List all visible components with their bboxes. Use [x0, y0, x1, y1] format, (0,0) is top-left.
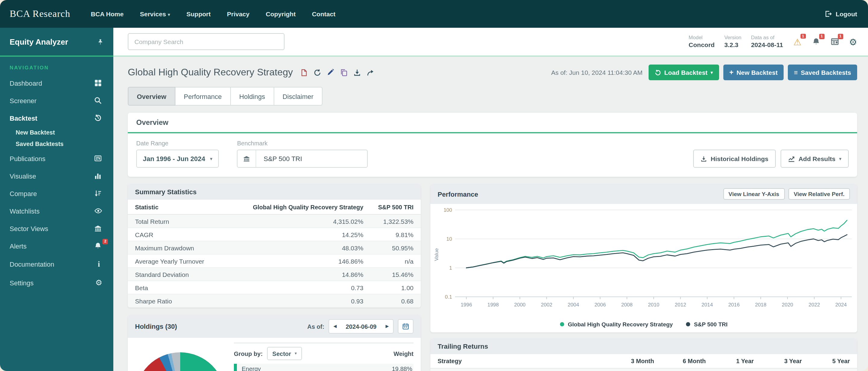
sidebar-item-publications[interactable]: Publications: [0, 150, 113, 167]
holdings-date-nav: ◀ 2024-06-09 ▶: [329, 319, 394, 334]
download-icon[interactable]: [353, 68, 361, 76]
legend-marker: [686, 322, 690, 326]
settings-gear-icon[interactable]: ⚙: [849, 37, 857, 46]
company-search-input[interactable]: [128, 33, 284, 50]
topnav-item-copyright[interactable]: Copyright: [266, 10, 296, 18]
holdings-pie-chart: [135, 352, 225, 371]
overview-panel-title: Overview: [128, 113, 857, 133]
svg-text:2000: 2000: [514, 302, 526, 308]
logout-button[interactable]: Logout: [825, 10, 857, 18]
tab-performance[interactable]: Performance: [176, 87, 231, 106]
topnav-item-services[interactable]: Services ▾: [140, 10, 170, 18]
meta-version: Version3.2.3: [724, 34, 741, 49]
sidebar-item-alerts[interactable]: Alerts2: [0, 237, 113, 255]
group-by-select[interactable]: Sector ▾: [267, 347, 302, 360]
statistic-name: Standard Deviation: [128, 267, 245, 281]
legend-item-s-p-500-tri: S&P 500 TRI: [686, 321, 727, 327]
warning-icon[interactable]: ⚠ 1: [793, 37, 801, 46]
copy-icon[interactable]: [340, 68, 348, 76]
main-header: ModelConcordVersion3.2.3Data as of2024-0…: [113, 28, 868, 57]
sidebar-header: Equity Analyzer: [0, 28, 113, 57]
view-relative-perf-button[interactable]: View Relative Perf.: [788, 188, 850, 200]
summary-row-average-yearly-turnover: Average Yearly Turnover146.86%n/a: [128, 254, 421, 267]
return-value: 9.29%: [809, 368, 857, 371]
topnav-item-support[interactable]: Support: [187, 10, 211, 18]
sidebar-item-label: Dashboard: [10, 79, 42, 87]
sidebar-item-visualise[interactable]: Visualise: [0, 167, 113, 184]
pin-icon[interactable]: [97, 38, 104, 45]
saved-backtests-button[interactable]: ≡ Saved Backtests: [788, 64, 857, 80]
sidebar-menu: DashboardScreenerBacktestNew BacktestSav…: [0, 74, 113, 291]
trailing-column-header: 3 Month: [610, 354, 661, 368]
sidebar-item-backtest[interactable]: Backtest: [0, 109, 113, 127]
report-icon[interactable]: 1: [830, 37, 839, 46]
statistic-name: Average Yearly Turnover: [128, 254, 245, 267]
calendar-button[interactable]: [398, 319, 413, 334]
trailing-returns-card: Trailing Returns Strategy3 Month6 Month1…: [430, 338, 857, 371]
svg-text:2016: 2016: [728, 302, 740, 308]
new-backtest-button[interactable]: + New Backtest: [723, 64, 784, 80]
bell-icon: 2: [94, 242, 104, 250]
history-icon: [94, 114, 104, 122]
share-icon[interactable]: [367, 68, 374, 76]
sidebar-item-watchlists[interactable]: Watchlists: [0, 202, 113, 220]
trailing-column-header: 5 Year: [809, 354, 857, 368]
svg-text:2004: 2004: [568, 302, 579, 308]
title-row: Global High Quality Recovery Strategy: [128, 64, 857, 80]
sidebar-item-dashboard[interactable]: Dashboard: [0, 74, 113, 92]
svg-text:2022: 2022: [809, 302, 820, 308]
logout-icon: [825, 10, 832, 18]
sidebar-subitem-new-backtest[interactable]: New Backtest: [0, 127, 113, 138]
weight-column-label: Weight: [394, 350, 413, 357]
date-range-select[interactable]: Jan 1996 - Jun 2024 ▾: [136, 150, 219, 168]
tab-holdings[interactable]: Holdings: [231, 87, 274, 106]
sidebar-item-compare[interactable]: Compare: [0, 184, 113, 202]
svg-text:2006: 2006: [594, 302, 606, 308]
bell-icon[interactable]: 1: [812, 37, 820, 46]
statistic-value: 0.93: [245, 294, 371, 307]
prev-date-button[interactable]: ◀: [329, 324, 341, 329]
performance-buttons: View Linear Y-AxisView Relative Perf.: [723, 188, 850, 200]
trailing-column-header: 3 Year: [761, 354, 809, 368]
topnav-item-privacy[interactable]: Privacy: [227, 10, 250, 18]
sidebar-item-settings[interactable]: Settings⚙: [0, 274, 113, 291]
add-results-button[interactable]: Add Results ▾: [780, 150, 849, 168]
sidebar-item-sector-views[interactable]: Sector Views: [0, 220, 113, 237]
svg-text:2018: 2018: [755, 302, 767, 308]
edit-icon[interactable]: [327, 68, 335, 76]
trailing-returns-table: Strategy3 Month6 Month1 Year3 Year5 Year…: [430, 354, 857, 371]
statistic-value: 50.95%: [371, 241, 421, 254]
trailing-column-header: 1 Year: [713, 354, 761, 368]
svg-text:2008: 2008: [621, 302, 632, 308]
tab-disclaimer[interactable]: Disclaimer: [274, 87, 322, 106]
meta-data-as-of: Data as of2024-08-11: [751, 34, 783, 49]
svg-text:100: 100: [444, 207, 452, 213]
cogs-icon: ⚙: [94, 279, 104, 287]
sidebar-item-documentation[interactable]: Documentationi: [0, 255, 113, 274]
performance-title: Performance: [438, 190, 478, 198]
strategy-name: Global High Quality Recovery Strategy: [430, 368, 610, 371]
summary-statistics-table: StatisticGlobal High Quality Recovery St…: [128, 200, 421, 308]
document-icon[interactable]: [300, 68, 308, 76]
svg-text:1996: 1996: [461, 302, 472, 308]
sidebar-item-label: Alerts: [10, 242, 27, 250]
sidebar-item-label: Compare: [10, 190, 37, 197]
refresh-icon[interactable]: [313, 68, 321, 76]
historical-holdings-button[interactable]: Historical Holdings: [693, 150, 775, 168]
statistic-value: 4,315.02%: [245, 215, 371, 228]
load-backtest-button[interactable]: Load Backtest ▾: [649, 64, 719, 80]
topnav-item-contact[interactable]: Contact: [312, 10, 336, 18]
trailing-row-global-high-quality-recovery-strategy: Global High Quality Recovery Strategy6.7…: [430, 368, 857, 371]
topnav-item-bca-home[interactable]: BCA Home: [91, 10, 124, 18]
sidebar-subitem-saved-backtests[interactable]: Saved Backtests: [0, 138, 113, 150]
benchmark-label: Benchmark: [237, 140, 368, 147]
statistic-name: Sharpe Ratio: [128, 294, 245, 307]
tab-overview[interactable]: Overview: [128, 87, 176, 106]
benchmark-input[interactable]: S&P 500 TRI: [237, 150, 368, 168]
view-linear-y-axis-button[interactable]: View Linear Y-Axis: [723, 188, 784, 200]
next-date-button[interactable]: ▶: [381, 324, 393, 329]
legend-marker: [560, 322, 564, 326]
sidebar-item-screener[interactable]: Screener: [0, 92, 113, 109]
sidebar-item-label: Publications: [10, 155, 45, 162]
as-of-timestamp: As of: Jun 10, 2024 11:04:30 AM: [551, 69, 643, 76]
